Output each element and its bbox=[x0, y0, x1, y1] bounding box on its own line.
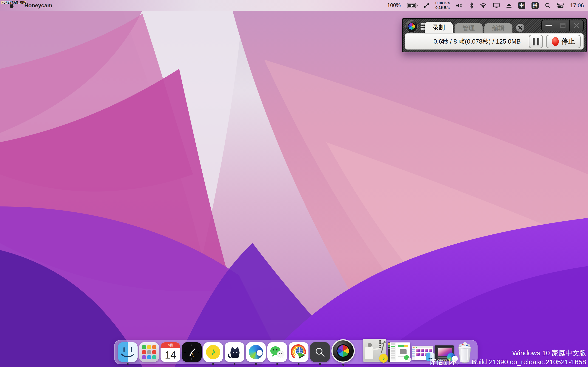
finder-icon bbox=[118, 342, 138, 362]
qq-music-icon: ♪ bbox=[203, 342, 223, 362]
pause-icon bbox=[533, 38, 535, 45]
running-dot bbox=[127, 363, 129, 365]
minimized-wechat-window[interactable] bbox=[388, 342, 410, 362]
tab-manage-label: 管理 bbox=[462, 24, 475, 32]
dock-item-wechat[interactable] bbox=[267, 342, 287, 362]
calendar-month: 6月 bbox=[161, 342, 180, 348]
running-dot bbox=[255, 363, 257, 365]
control-center-icon[interactable] bbox=[557, 2, 564, 8]
close-circle-button[interactable] bbox=[516, 23, 525, 32]
recording-status: 0.6秒 / 8 帧(0.078秒) / 125.0MB bbox=[408, 37, 526, 46]
wallpaper-monterey bbox=[0, 0, 588, 367]
wechat-badge-icon bbox=[403, 354, 412, 363]
minimize-icon bbox=[545, 25, 552, 26]
stop-button[interactable]: 停止 bbox=[546, 35, 581, 48]
honeycam-logo-icon[interactable] bbox=[405, 20, 418, 33]
running-dot bbox=[276, 363, 278, 365]
tab-record[interactable]: 录制 bbox=[425, 22, 453, 33]
dock-separator bbox=[359, 342, 359, 362]
menu-bar: Honeycam 100% 0.0KB/s 0.1KB/s bbox=[0, 0, 588, 11]
running-dot bbox=[342, 364, 344, 366]
calendar-day: 14 bbox=[161, 348, 180, 362]
dock-item-idm[interactable] bbox=[289, 342, 309, 362]
pause-button[interactable] bbox=[529, 35, 543, 48]
wifi-icon[interactable] bbox=[480, 3, 487, 8]
menu-clock[interactable]: 17:06 bbox=[570, 2, 584, 9]
net-up: 0.0KB/s bbox=[435, 1, 450, 5]
dock-item-honeycam[interactable] bbox=[331, 342, 355, 363]
input-method-pinyin[interactable]: 拼 bbox=[531, 2, 539, 9]
honeycam-dock-icon bbox=[331, 339, 355, 363]
stop-label: 停止 bbox=[562, 37, 575, 46]
clock-icon bbox=[182, 342, 202, 362]
battery-percent: 100% bbox=[387, 2, 401, 8]
eject-icon[interactable] bbox=[506, 3, 512, 8]
running-dot bbox=[212, 363, 214, 365]
volume-icon[interactable] bbox=[456, 2, 463, 8]
tab-record-label: 录制 bbox=[432, 23, 445, 32]
honeycam-org-watermark: HONEYCAM.ORG bbox=[1, 0, 26, 5]
cat-app-icon bbox=[225, 342, 244, 362]
maximize-icon bbox=[560, 23, 565, 28]
dock: 6月 14 ♪ bbox=[114, 340, 477, 364]
launchpad-icon bbox=[139, 342, 159, 362]
network-speed[interactable]: 0.0KB/s 0.1KB/s bbox=[435, 1, 450, 10]
tab-bar: 录制 管理 编辑 bbox=[425, 22, 514, 33]
dock-item-clock[interactable] bbox=[182, 342, 202, 362]
close-icon bbox=[573, 23, 579, 28]
tab-edit[interactable]: 编辑 bbox=[484, 23, 512, 33]
dock-item-launchpad[interactable] bbox=[139, 342, 159, 362]
active-app-name[interactable]: Honeycam bbox=[24, 2, 52, 9]
wechat-icon bbox=[267, 342, 287, 362]
network-arrows-icon[interactable] bbox=[424, 2, 429, 8]
search-icon[interactable] bbox=[545, 2, 551, 8]
honeycam-window: 录制 管理 编辑 0.6秒 / 8 帧(0.078秒) / 125.0MB 停止 bbox=[402, 18, 587, 52]
dock-item-qq-music[interactable]: ♪ bbox=[203, 342, 223, 362]
edge-icon bbox=[246, 342, 266, 362]
qq-music-badge-icon: ♪ bbox=[379, 354, 388, 363]
display-icon[interactable] bbox=[493, 2, 500, 8]
minimized-qq-music-window[interactable]: ♪ bbox=[363, 342, 386, 362]
close-button[interactable] bbox=[569, 20, 583, 31]
window-controls bbox=[541, 20, 584, 31]
tab-edit-label: 编辑 bbox=[492, 24, 505, 32]
battery-charging-icon[interactable] bbox=[407, 3, 418, 8]
search-app-icon bbox=[310, 342, 330, 362]
dock-item-cat-app[interactable] bbox=[225, 342, 244, 362]
input-method-zhong[interactable]: 中 bbox=[518, 2, 525, 9]
running-dot bbox=[319, 363, 321, 365]
running-dot bbox=[298, 363, 300, 365]
windows-edition: Windows 10 家庭中文版 bbox=[429, 348, 586, 358]
color-wheel-icon bbox=[408, 23, 415, 30]
dock-item-finder[interactable] bbox=[118, 342, 138, 362]
dock-item-calendar[interactable]: 6月 14 bbox=[161, 342, 180, 362]
windows-watermark: Windows 10 家庭中文版 评估副本。Build 21390.co_rel… bbox=[429, 348, 586, 367]
running-dot bbox=[233, 363, 235, 365]
idm-icon bbox=[289, 342, 309, 362]
minimize-button[interactable] bbox=[542, 20, 556, 31]
calendar-icon: 6月 14 bbox=[161, 342, 180, 362]
maximize-button[interactable] bbox=[556, 20, 569, 31]
net-down: 0.1KB/s bbox=[435, 6, 450, 10]
record-panel: 0.6秒 / 8 帧(0.078秒) / 125.0MB 停止 bbox=[405, 33, 584, 50]
tab-manage[interactable]: 管理 bbox=[455, 23, 483, 33]
dock-item-edge[interactable] bbox=[246, 342, 266, 362]
bluetooth-icon[interactable] bbox=[469, 2, 474, 9]
record-dot-icon bbox=[552, 37, 559, 46]
windows-build: 评估副本。Build 21390.co_release.210521-1658 bbox=[429, 357, 586, 367]
desktop: HONEYCAM.ORG Honeycam 100% bbox=[0, 0, 588, 367]
dock-item-search-app[interactable] bbox=[310, 342, 330, 362]
